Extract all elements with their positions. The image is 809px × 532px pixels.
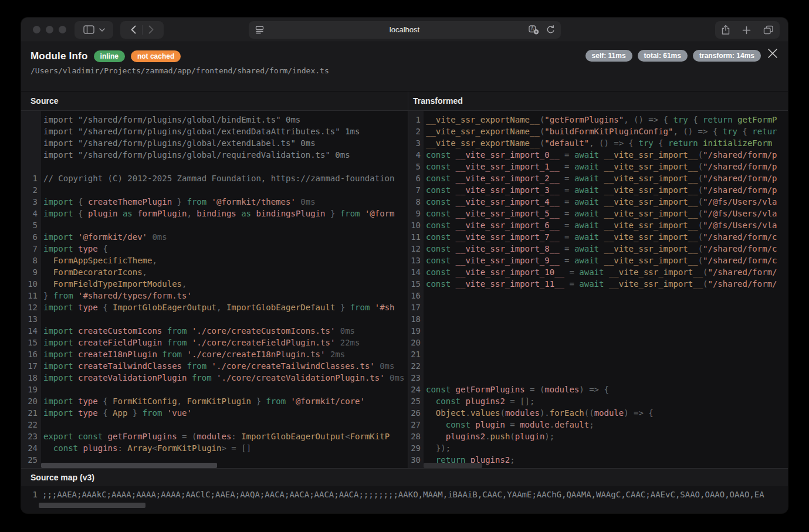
code-text — [41, 219, 43, 231]
sourcemap-hscrollbar-thumb[interactable] — [39, 503, 145, 508]
code-line: 26 Object.values(modules).forEach((modul… — [408, 407, 788, 419]
code-text: import createI18nPlugin from './core/cre… — [41, 348, 345, 360]
code-text — [41, 161, 43, 172]
module-info-header: Module Info inline not cached /Users/vla… — [21, 42, 788, 91]
sidebar-icon[interactable] — [83, 25, 94, 34]
line-number: 8 — [408, 196, 424, 208]
translate-icon[interactable]: A — [529, 25, 539, 35]
code-text: const __vite_ssr_import_4__ = await __vi… — [424, 196, 777, 208]
code-line: 9const __vite_ssr_import_5__ = await __v… — [408, 208, 788, 219]
code-text — [424, 348, 426, 360]
line-number: 7 — [408, 184, 424, 196]
chevron-down-icon[interactable] — [99, 28, 105, 32]
code-text: const __vite_ssr_import_6__ = await __vi… — [424, 219, 777, 231]
code-text: const __vite_ssr_import_9__ = await __vi… — [424, 255, 777, 266]
tab-overview-icon[interactable] — [763, 25, 774, 35]
sourcemap-title: Source map (v3) — [21, 469, 788, 486]
source-panel: Source import "/shared/form/plugins/glob… — [21, 92, 408, 468]
source-code-area[interactable]: import "/shared/form/plugins/global/bind… — [21, 111, 408, 468]
line-number — [21, 126, 41, 137]
line-number: 21 — [21, 407, 41, 419]
line-number — [21, 137, 41, 149]
code-text: FormAppSpecificTheme, — [41, 255, 157, 266]
code-text: } from '#shared/types/form.ts' — [41, 290, 192, 301]
code-text: import type { FormKitConfig, FormKitPlug… — [41, 395, 365, 407]
code-text: __vite_ssr_exportName__("buildFormKitPlu… — [424, 126, 777, 137]
timing-badge-self: self: 11ms — [585, 50, 632, 62]
transformed-code-area[interactable]: 1__vite_ssr_exportName__("getFormPlugins… — [408, 111, 788, 468]
reload-icon[interactable] — [546, 25, 555, 35]
traffic-light-close[interactable] — [33, 26, 40, 33]
line-number: 29 — [408, 442, 424, 454]
code-line: 18 — [408, 313, 788, 325]
code-text — [424, 290, 426, 301]
share-icon[interactable] — [721, 25, 730, 35]
code-line: 6const __vite_ssr_import_2__ = await __v… — [408, 172, 788, 184]
code-line: 7import type { — [21, 243, 408, 255]
line-number: 18 — [21, 372, 41, 384]
ghost-import-line: import "/shared/form/plugins/global/requ… — [21, 149, 408, 161]
line-number: 5 — [408, 161, 424, 172]
code-line: 19 — [408, 325, 788, 337]
code-text: const __vite_ssr_import_11__ = await __v… — [424, 278, 777, 290]
line-number: 20 — [408, 337, 424, 348]
forward-button[interactable] — [148, 25, 154, 34]
code-line: 8 FormAppSpecificTheme, — [21, 255, 408, 266]
code-text: import { plugin as formPlugin, bindings … — [41, 208, 395, 219]
line-number: 6 — [21, 231, 41, 243]
page-title: Module Info — [31, 50, 88, 62]
code-line: 13const __vite_ssr_import_9__ = await __… — [408, 255, 788, 266]
code-line: 1__vite_ssr_exportName__("getFormPlugins… — [408, 114, 788, 126]
code-text: const plugins2 = []; — [424, 395, 534, 407]
line-number: 15 — [21, 337, 41, 348]
close-icon[interactable] — [767, 48, 778, 59]
line-number: 23 — [408, 372, 424, 384]
line-number: 13 — [408, 255, 424, 266]
code-text: const plugin = module.default; — [424, 419, 594, 431]
code-text: import createFieldPlugin from './core/cr… — [41, 337, 360, 348]
code-line: 27 const plugin = module.default; — [408, 419, 788, 431]
traffic-light-minimize[interactable] — [46, 26, 53, 33]
code-text — [424, 301, 426, 313]
code-line: 4import { plugin as formPlugin, bindings… — [21, 208, 408, 219]
code-line: 17import createTailwindClasses from './c… — [21, 360, 408, 372]
line-number: 1 — [408, 114, 424, 126]
traffic-light-zoom[interactable] — [59, 26, 66, 33]
toolbar-right-actions — [715, 21, 780, 39]
line-number: 25 — [408, 395, 424, 407]
url-text: localhost — [249, 21, 561, 39]
line-number: 7 — [21, 243, 41, 255]
transformed-hscrollbar-thumb[interactable] — [424, 463, 482, 468]
ghost-import-line: import "/shared/form/plugins/global/exte… — [21, 126, 408, 137]
line-number: 13 — [21, 313, 41, 325]
address-bar-actions: A — [529, 25, 555, 35]
timing-badge-total: total: 61ms — [638, 50, 688, 62]
new-tab-icon[interactable] — [742, 26, 751, 35]
code-text — [424, 372, 426, 384]
source-hscrollbar-thumb[interactable] — [41, 463, 217, 468]
code-line: 15import createFieldPlugin from './core/… — [21, 337, 408, 348]
code-text: import createValidationPlugin from './co… — [41, 372, 404, 384]
code-text: __vite_ssr_exportName__("default", () =>… — [424, 137, 772, 149]
code-text — [424, 325, 426, 337]
code-text — [41, 384, 43, 395]
nav-divider — [142, 25, 143, 35]
line-number: 12 — [21, 301, 41, 313]
code-text: }); — [424, 442, 451, 454]
line-number: 27 — [408, 419, 424, 431]
line-number: 30 — [408, 454, 424, 466]
code-line: 25 const plugins2 = []; — [408, 395, 788, 407]
code-text — [424, 313, 426, 325]
line-number: 11 — [408, 231, 424, 243]
code-text: FormDecoratorIcons, — [41, 266, 147, 278]
code-line: 3__vite_ssr_exportName__("default", () =… — [408, 137, 788, 149]
line-number: 12 — [408, 243, 424, 255]
code-line: 12const __vite_ssr_import_8__ = await __… — [408, 243, 788, 255]
address-bar[interactable]: localhost A — [249, 21, 561, 39]
code-text: const __vite_ssr_import_7__ = await __vi… — [424, 231, 777, 243]
line-number: 21 — [408, 348, 424, 360]
line-number: 20 — [21, 395, 41, 407]
code-text: const __vite_ssr_import_0__ = await __vi… — [424, 149, 777, 161]
code-text: const getFormPlugins = (modules) => { — [424, 384, 609, 395]
back-button[interactable] — [131, 25, 136, 34]
